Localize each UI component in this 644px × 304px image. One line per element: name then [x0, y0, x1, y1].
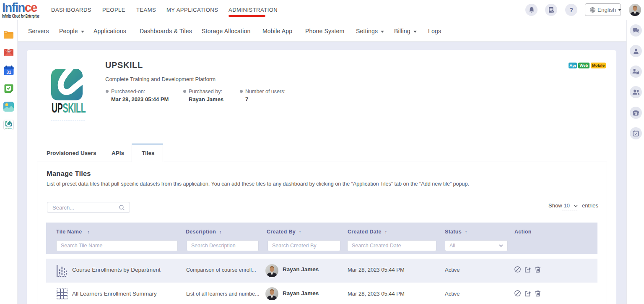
- svg-text:UPSKILL: UPSKILL: [5, 128, 12, 129]
- svg-text:@: @: [7, 49, 10, 53]
- svg-text:31: 31: [6, 70, 11, 75]
